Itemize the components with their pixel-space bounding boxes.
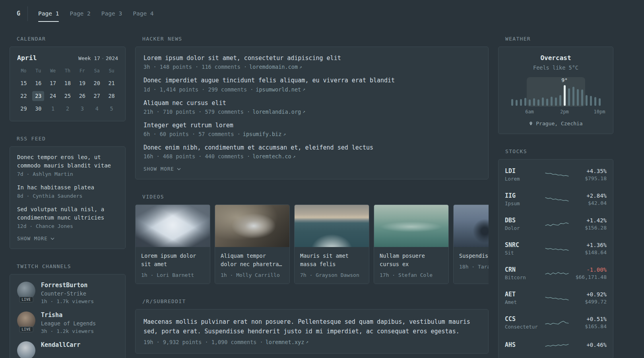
hn-item-title[interactable]: Lorem ipsum dolor sit amet, consectetur …: [144, 54, 480, 62]
video-card-body: Nullam posuere cursus ex 17h · Stefan Co…: [374, 247, 448, 284]
calendar-week-label: Week 17·2024: [78, 55, 118, 61]
rss-item-link[interactable]: In hac habitasse platea: [17, 183, 118, 192]
video-meta: 1h · Molly Carrillo: [221, 272, 284, 278]
twitch-channel-row[interactable]: LIVE KendallCarr: [17, 341, 118, 358]
hn-domain-link[interactable]: ipsumworld.net↗: [256, 86, 305, 93]
weather-hour-bar: [516, 100, 518, 106]
stock-name: Sit: [505, 250, 541, 256]
calendar-day: 30: [32, 104, 44, 114]
hn-meta-text: 3h · 148 points · 116 comments ·: [144, 64, 247, 70]
video-title[interactable]: Nullam posuere cursus ex: [380, 252, 443, 268]
channel-info: Trisha League of Legends 3h · 1.2k viewe…: [41, 311, 96, 334]
videos-row: Lorem ipsum dolor sit amet consectetu… 1…: [135, 204, 489, 284]
weather-location-row: Prague, Czechia: [503, 121, 608, 126]
calendar-day: 5: [106, 104, 118, 114]
hackernews-item: Lorem ipsum dolor sit amet, consectetur …: [144, 54, 480, 70]
external-link-icon: ↗: [303, 87, 305, 92]
stock-change: +1.42%: [572, 217, 607, 224]
calendar-day-headers: MoTuWeThFrSaSu: [16, 68, 119, 74]
video-card[interactable]: Aliquam tempor dolor nec pharetra… 1h · …: [215, 204, 290, 284]
hn-meta-text: 1d · 1,414 points · 299 comments ·: [144, 86, 253, 93]
hn-domain-link[interactable]: ipsumify.biz↗: [243, 131, 286, 137]
calendar-widget: CALENDAR April Week 17·2024 MoTuWeThFrSa…: [10, 36, 126, 121]
chevron-down-icon: [177, 168, 181, 170]
weather-condition: Overcast: [503, 54, 608, 62]
video-thumbnail: [454, 205, 489, 247]
stock-sparkline: [545, 219, 569, 229]
hn-item-meta: 6h · 60 points · 57 comments · ipsumify.…: [144, 131, 480, 137]
calendar-day: 28: [106, 91, 118, 101]
video-card-body: Aliquam tempor dolor nec pharetra… 1h · …: [215, 247, 289, 284]
video-card[interactable]: Nullam posuere cursus ex 17h · Stefan Co…: [374, 204, 449, 284]
page-tab[interactable]: Page 4: [133, 10, 153, 17]
channel-category[interactable]: League of Legends: [41, 320, 96, 327]
reddit-post-title[interactable]: Maecenas mollis pulvinar erat non posuer…: [144, 317, 480, 336]
stock-change: +0.51%: [572, 316, 607, 322]
video-card[interactable]: Suspendisse diam 18h · Tara: [453, 204, 489, 284]
hn-show-more-button[interactable]: SHOW MORE: [144, 166, 181, 172]
weather-hour-bar: [524, 98, 526, 106]
rss-item-link[interactable]: Donec tempor eros leo, ut commodo mauris…: [17, 153, 118, 170]
weather-hour-bar: [551, 97, 553, 106]
hn-domain-link[interactable]: loremlandia.org↗: [252, 109, 305, 115]
calendar-month: April: [17, 54, 37, 62]
calendar-day: 29: [17, 104, 29, 114]
hn-domain-link[interactable]: loremdomain.com↗: [249, 64, 302, 70]
calendar-day: 1: [47, 104, 59, 114]
stock-change: -1.00%: [572, 267, 607, 273]
video-thumbnail: [295, 205, 369, 247]
page-tab[interactable]: Page 3: [101, 10, 122, 17]
peak-temp-label: 9°: [561, 77, 568, 83]
stock-price: $66,171.48: [572, 274, 607, 280]
rss-show-more-button[interactable]: SHOW MORE: [17, 235, 54, 241]
video-card[interactable]: Mauris sit amet massa felis 7h · Grayson…: [294, 204, 369, 284]
channel-category[interactable]: Counter-Strike: [41, 290, 94, 297]
app-logo[interactable]: G: [17, 10, 20, 17]
video-title[interactable]: Mauris sit amet massa felis: [300, 252, 363, 268]
day-header: Th: [60, 68, 75, 74]
twitch-channel-row[interactable]: LIVE ForrestBurton Counter-Strike 1h · 1…: [17, 282, 118, 304]
weather-hour-bar: [533, 98, 535, 106]
channel-name[interactable]: Trisha: [41, 311, 96, 319]
channel-name[interactable]: ForrestBurton: [41, 282, 94, 289]
calendar-day: 18: [62, 78, 74, 88]
stock-sparkline: [545, 169, 569, 180]
calendar-day: 21: [106, 78, 118, 88]
hn-item-title[interactable]: Donec enim nibh, condimentum et accumsan…: [144, 144, 480, 152]
hackernews-item: Donec enim nibh, condimentum et accumsan…: [144, 144, 480, 160]
twitch-card: LIVE ForrestBurton Counter-Strike 1h · 1…: [10, 274, 126, 358]
video-card[interactable]: Lorem ipsum dolor sit amet consectetu… 1…: [135, 204, 210, 284]
stock-row: CCS Consectetur +0.51% $165.84: [505, 310, 607, 335]
stock-symbol: DBS: [505, 217, 541, 224]
rss-list: Donec tempor eros leo, ut commodo mauris…: [17, 153, 118, 229]
stock-id: CRN Bitcorn: [505, 266, 541, 280]
weather-hour-bar: [520, 99, 522, 106]
hn-item-title[interactable]: Donec imperdiet augue tincidunt felis al…: [144, 76, 480, 84]
live-badge: LIVE: [19, 297, 33, 302]
hn-item-title[interactable]: Aliquam nec cursus elit: [144, 99, 480, 107]
weather-hour-bar: [529, 99, 531, 106]
hn-domain-link[interactable]: loremtech.co↗: [252, 153, 295, 160]
weather-widget: WEATHER Overcast Feels like 5°C 9°6am2pm…: [498, 36, 613, 134]
channel-name[interactable]: KendallCarr: [41, 341, 80, 348]
hn-item-title[interactable]: Integer eget rutrum lorem: [144, 121, 480, 129]
avatar: LIVE: [17, 311, 35, 330]
video-title[interactable]: Suspendisse diam: [459, 252, 489, 260]
hn-item-meta: 1d · 1,414 points · 299 comments · ipsum…: [144, 86, 480, 93]
hackernews-item: Donec imperdiet augue tincidunt felis al…: [144, 76, 480, 92]
reddit-domain-link[interactable]: loremnet.xyz↗: [266, 339, 308, 345]
stock-change: +4.35%: [572, 168, 607, 174]
calendar-widget-title: CALENDAR: [17, 36, 126, 42]
stock-id: SNRC Sit: [505, 241, 541, 256]
rss-item-link[interactable]: Sed volutpat nulla nisl, a condimentum n…: [17, 205, 118, 222]
page-tab[interactable]: Page 2: [70, 10, 90, 17]
calendar-day: 25: [62, 91, 74, 101]
weather-hour-bar: [581, 90, 583, 106]
weather-chart: 9°6am2pm10pm: [510, 77, 602, 115]
stock-id: IIG Ipsum: [505, 192, 541, 206]
video-title[interactable]: Lorem ipsum dolor sit amet consectetu…: [141, 252, 204, 268]
page-tab[interactable]: Page 1: [38, 10, 59, 17]
twitch-channel-row[interactable]: LIVE Trisha League of Legends 3h · 1.2k …: [17, 311, 118, 334]
weather-hour-bar: [590, 96, 592, 106]
video-title[interactable]: Aliquam tempor dolor nec pharetra…: [221, 252, 284, 268]
